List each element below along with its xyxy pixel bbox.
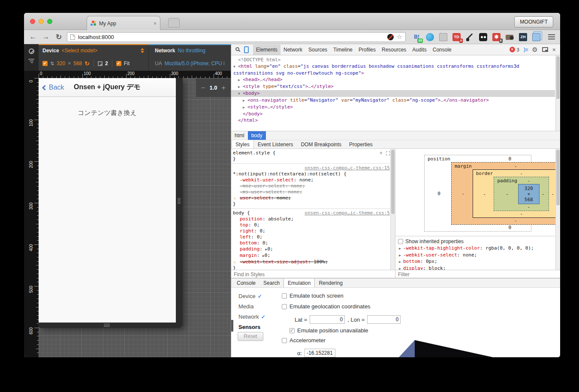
computed-property[interactable]: ▶-webkit-tap-highlight-color: rgba(0, 0,… <box>395 245 560 252</box>
expand-icon[interactable]: ▶ <box>399 259 403 265</box>
crumb-html[interactable]: html <box>231 131 248 140</box>
css-property[interactable]: padding: ▶0; <box>233 246 390 253</box>
photos-extension-icon[interactable] <box>439 33 447 41</box>
tree-line[interactable]: <!DOCTYPE html> <box>231 57 555 63</box>
box-model-content[interactable]: 320 × 568 <box>518 184 540 204</box>
asterisk-extension-icon[interactable]: ✱6 <box>492 33 501 41</box>
expand-icon[interactable]: ▶ <box>399 266 403 270</box>
resize-handle-vertical[interactable] <box>178 198 181 204</box>
tab-close-icon[interactable]: × <box>154 21 157 27</box>
zoom-window-button[interactable] <box>47 19 52 24</box>
swap-dimensions-icon[interactable]: ⇅ <box>50 61 54 66</box>
device-width[interactable]: 320 <box>57 60 65 66</box>
css-property[interactable]: left: 0; <box>233 234 390 240</box>
td-extension-icon[interactable]: TD9 <box>452 33 461 41</box>
tab-timeline[interactable]: Timeline <box>330 45 356 55</box>
drawer-tab-rendering[interactable]: Rendering <box>315 278 346 287</box>
twisty-icon[interactable]: ▶ <box>243 97 247 104</box>
device-height[interactable]: 568 <box>73 60 82 66</box>
tree-scrollbar[interactable] <box>555 55 560 131</box>
toggle-console-icon[interactable]: ⟩≡ <box>524 47 528 53</box>
tree-line[interactable]: ▼<html lang="en" class="js canvas border… <box>231 63 555 76</box>
alpha-input[interactable] <box>305 349 335 357</box>
bookmark-star-icon[interactable]: ☆ <box>397 33 402 41</box>
css-property[interactable]: top: 0; <box>233 222 390 228</box>
emulation-sidebar-item-media[interactable]: Media <box>238 303 253 310</box>
resize-handle-horizontal[interactable] <box>104 324 110 327</box>
twisty-icon[interactable]: ▶ <box>243 104 247 111</box>
browser-tab[interactable]: My App × <box>87 16 160 30</box>
tab-console[interactable]: Console <box>430 45 455 55</box>
css-property[interactable]: -ms-user-select: none; <box>233 189 390 195</box>
url-bar[interactable]: localhost:8000 ☆ <box>67 32 406 42</box>
profile-button[interactable]: MOONGIFT <box>514 16 553 27</box>
dimensions-checkbox[interactable]: ✓ <box>42 61 48 66</box>
twisty-icon[interactable]: ▶ <box>238 77 243 83</box>
expand-icon[interactable]: ▶ <box>399 253 403 259</box>
emulate-geolocation-checkbox[interactable] <box>282 304 287 309</box>
close-window-button[interactable] <box>30 19 35 24</box>
new-style-rule-icon[interactable]: + <box>380 150 383 156</box>
box-model-padding[interactable]: padding - - 320 × 568 - <box>494 177 549 211</box>
position-unavailable-checkbox[interactable] <box>290 328 295 333</box>
camera-extension-icon[interactable] <box>506 33 514 41</box>
computed-property[interactable]: ▶-webkit-user-select: none; <box>395 252 560 259</box>
tab-resources[interactable]: Resources <box>379 45 409 55</box>
css-property[interactable]: ⚠user-select: none; <box>233 195 390 201</box>
media-queries-icon[interactable] <box>28 59 34 63</box>
css-property[interactable]: margin: ▶0; <box>233 253 390 259</box>
fit-checkbox[interactable]: ✓ <box>116 61 121 66</box>
devtools-close-icon[interactable]: × <box>552 46 556 53</box>
forward-icon[interactable]: → <box>41 33 51 41</box>
drawer-tab-console[interactable]: Console <box>233 278 259 287</box>
device-model-select[interactable]: <Select model> <box>62 48 97 54</box>
url-text[interactable]: localhost:8000 <box>78 34 384 40</box>
tree-line[interactable]: ▶<head>…</head> <box>231 76 555 83</box>
expand-icon[interactable]: ▶ <box>399 246 403 252</box>
twisty-icon[interactable]: ▼ <box>233 63 238 70</box>
show-inherited-checkbox[interactable] <box>398 239 403 244</box>
sidebar-tab-event-listeners[interactable]: Event Listeners <box>254 140 297 148</box>
css-property[interactable]: -webkit-user-select: none; <box>233 177 390 183</box>
reload-icon[interactable]: ↻ <box>54 33 63 42</box>
reader-extension-icon[interactable] <box>479 33 487 41</box>
computed-scrollbar[interactable] <box>555 149 560 270</box>
new-tab-button[interactable] <box>168 18 180 27</box>
tab-network[interactable]: Network <box>280 45 305 55</box>
blocker-icon[interactable] <box>387 34 394 40</box>
twisty-icon[interactable]: ▶ <box>238 84 243 90</box>
tab-profiles[interactable]: Profiles <box>356 45 379 55</box>
model-select-arrows-icon[interactable] <box>141 48 144 53</box>
tree-line[interactable]: </html> <box>231 117 555 124</box>
throttling-select[interactable]: No throttling <box>178 48 205 54</box>
dock-side-icon[interactable] <box>542 47 548 52</box>
sidebar-tab-dom-breakpoints[interactable]: DOM Breakpoints <box>297 140 345 148</box>
twisty-icon[interactable]: ▼ <box>238 90 243 97</box>
menu-icon[interactable] <box>548 34 555 39</box>
tree-line[interactable]: </body> <box>231 111 555 117</box>
box-model-border[interactable]: border - - padding - <box>473 169 559 218</box>
css-property[interactable]: -moz-user-select: none; <box>233 183 390 189</box>
box-model-position[interactable]: position 0 0 margin - - <box>424 155 531 232</box>
drawer-tab-search[interactable]: Search <box>259 278 283 287</box>
emulation-sidebar-item-device[interactable]: Device✓ <box>238 293 262 299</box>
accelerometer-3d-preview[interactable] <box>394 340 497 357</box>
inspect-search-icon[interactable] <box>235 47 239 51</box>
minimize-window-button[interactable] <box>39 19 44 24</box>
error-count-badge[interactable]: ×3 <box>510 47 519 52</box>
css-property[interactable]: position: absolute; <box>233 216 390 222</box>
ua-value[interactable]: Mozilla/5.0 (iPhone; CPU i <box>165 60 225 66</box>
computed-property[interactable]: ▶display: block; <box>395 265 560 270</box>
rule-selector[interactable]: *:not(input):not(textarea):not(select) { <box>233 171 390 177</box>
eyedropper-extension-icon[interactable] <box>466 33 474 41</box>
tab-audits[interactable]: Audits <box>409 45 429 55</box>
zoom-out-button[interactable]: − <box>201 84 205 92</box>
reset-dimensions-icon[interactable]: ↻ <box>84 60 90 67</box>
lon-input[interactable] <box>367 315 401 324</box>
emulation-sidebar-item-sensors[interactable]: Sensors <box>238 324 260 330</box>
tree-line[interactable]: ▶<style type="text/css">…</style> <box>231 83 555 90</box>
styles-scrollbar[interactable] <box>390 149 395 270</box>
element-style-selector[interactable]: element.style { <box>233 150 275 156</box>
element-state-icon[interactable] <box>386 151 390 155</box>
css-property[interactable]: ⚠-webkit-text-size-adjust: 100%; <box>233 259 390 265</box>
